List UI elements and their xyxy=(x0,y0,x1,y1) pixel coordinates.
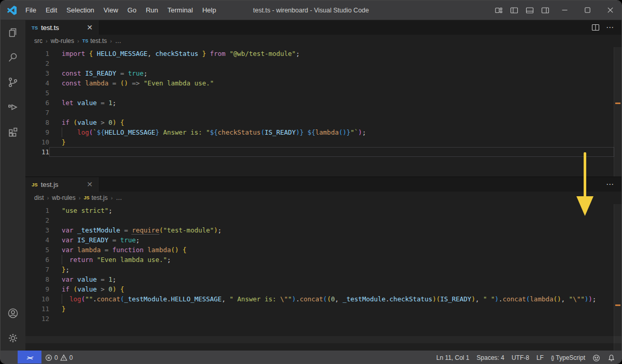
toggle-primary-sidebar-button[interactable] xyxy=(506,4,522,17)
window-controls xyxy=(491,1,621,20)
code-line: 8if (value > 0) { xyxy=(25,118,621,127)
code-line: 6let value = 1; xyxy=(25,98,621,108)
line-number[interactable]: 7 xyxy=(25,108,49,118)
line-number[interactable]: 5 xyxy=(25,245,49,255)
toggle-panel-button[interactable] xyxy=(522,4,538,17)
maximize-button[interactable] xyxy=(576,1,599,20)
close-button[interactable] xyxy=(599,1,621,20)
code-line: 7}; xyxy=(25,265,621,274)
status-right: Ln 11, Col 1 Spaces: 4 UTF-8 LF {} TypeS… xyxy=(433,351,621,364)
vertical-scrollbar[interactable] xyxy=(614,204,621,351)
line-number[interactable]: 3 xyxy=(25,68,49,78)
extensions-icon xyxy=(7,126,19,138)
line-number[interactable]: 9 xyxy=(25,284,49,294)
breadcrumb-item[interactable]: … xyxy=(115,194,122,201)
line-number[interactable]: 2 xyxy=(25,215,49,225)
line-number[interactable]: 5 xyxy=(25,88,49,98)
line-number[interactable]: 9 xyxy=(25,127,49,137)
menu-selection[interactable]: Selection xyxy=(62,1,98,20)
breadcrumb-item[interactable]: wb-rules xyxy=(50,37,75,45)
code-line: 7 xyxy=(25,108,621,118)
tab-test-js[interactable]: JS test.js ✕ xyxy=(25,177,98,192)
menu-run[interactable]: Run xyxy=(141,1,163,20)
menu-go[interactable]: Go xyxy=(123,1,141,20)
breadcrumb-item[interactable]: TStest.ts xyxy=(82,37,108,45)
breadcrumb-item[interactable]: … xyxy=(115,37,122,45)
more-actions-icon[interactable]: ⋯ xyxy=(606,23,614,32)
tab-close-icon[interactable]: ✕ xyxy=(79,181,93,188)
line-number[interactable]: 1 xyxy=(25,206,49,215)
line-number[interactable]: 11 xyxy=(25,304,49,314)
indentation-setting[interactable]: Spaces: 4 xyxy=(473,351,508,364)
breadcrumb-item[interactable]: src xyxy=(34,37,43,45)
line-number[interactable]: 8 xyxy=(25,274,49,284)
activity-search[interactable] xyxy=(1,45,25,70)
activity-extensions[interactable] xyxy=(1,120,25,144)
line-number[interactable]: 3 xyxy=(25,225,49,235)
language-mode[interactable]: {} TypeScript xyxy=(547,351,589,364)
vertical-scrollbar[interactable] xyxy=(614,47,621,177)
activity-explorer[interactable] xyxy=(1,20,25,45)
menu-terminal[interactable]: Terminal xyxy=(163,1,197,20)
more-actions-icon[interactable]: ⋯ xyxy=(606,180,614,189)
maximize-icon xyxy=(585,7,590,13)
activity-accounts[interactable] xyxy=(1,301,25,326)
menu-file[interactable]: File xyxy=(21,1,41,20)
cursor-position[interactable]: Ln 11, Col 1 xyxy=(433,351,473,364)
files-icon xyxy=(7,26,19,39)
bell-icon xyxy=(607,354,615,362)
overview-ruler-marker xyxy=(615,304,620,306)
editor-actions: ⋯ xyxy=(606,177,621,192)
code-line: 11 xyxy=(25,147,621,157)
line-number[interactable]: 6 xyxy=(25,255,49,265)
menu-edit[interactable]: Edit xyxy=(41,1,62,20)
split-editor-icon[interactable] xyxy=(591,23,600,32)
line-number[interactable]: 2 xyxy=(25,59,49,68)
close-icon xyxy=(607,7,613,13)
activity-settings[interactable] xyxy=(1,326,25,351)
code-editor-js[interactable]: 1"use strict";23var _testModule = requir… xyxy=(25,204,621,351)
eol-setting[interactable]: LF xyxy=(533,351,547,364)
minimize-button[interactable] xyxy=(553,1,576,20)
line-number[interactable]: 6 xyxy=(25,98,49,108)
breadcrumb-separator: › xyxy=(45,195,52,201)
line-number[interactable]: 7 xyxy=(25,265,49,274)
line-number[interactable]: 1 xyxy=(25,49,49,59)
tab-close-icon[interactable]: ✕ xyxy=(79,24,93,31)
code-line: 2 xyxy=(25,59,621,68)
activity-bar xyxy=(1,20,25,351)
main-area: TS test.ts ✕ ⋯ src›wb-rules›TStest.ts›… … xyxy=(1,20,621,351)
line-number[interactable]: 12 xyxy=(25,314,49,324)
customize-layout-button[interactable] xyxy=(491,4,506,17)
line-number[interactable]: 8 xyxy=(25,118,49,127)
activity-source-control[interactable] xyxy=(1,70,25,95)
code-line: 10} xyxy=(25,137,621,147)
braces-icon: {} xyxy=(551,355,554,361)
code-editor-ts[interactable]: 1import { HELLO_MESSAGE, checkStatus } f… xyxy=(25,47,621,177)
menu-bar: FileEditSelectionViewGoRunTerminalHelp xyxy=(21,1,221,20)
line-number[interactable]: 4 xyxy=(25,78,49,88)
breadcrumb-item[interactable]: JStest.js xyxy=(83,194,108,201)
feedback-button[interactable] xyxy=(589,351,604,364)
menu-help[interactable]: Help xyxy=(197,1,221,20)
code-line: 5 xyxy=(25,88,621,98)
tab-label: test.ts xyxy=(41,24,59,32)
code-line: 5var lambda = function lambda() { xyxy=(25,245,621,255)
breadcrumb-item[interactable]: dist xyxy=(34,194,45,201)
notifications-button[interactable] xyxy=(604,351,621,364)
horizontal-scrollbar[interactable] xyxy=(25,336,621,343)
error-icon xyxy=(45,354,52,361)
breadcrumb-separator: › xyxy=(107,38,115,44)
tab-test-ts[interactable]: TS test.ts ✕ xyxy=(25,20,98,35)
remote-indicator[interactable]: >< xyxy=(18,351,41,364)
line-number[interactable]: 10 xyxy=(25,294,49,304)
menu-view[interactable]: View xyxy=(99,1,123,20)
problems-indicator[interactable]: 0 0 xyxy=(41,351,76,364)
activity-run-debug[interactable] xyxy=(1,95,25,120)
line-number[interactable]: 11 xyxy=(25,147,49,157)
toggle-secondary-sidebar-button[interactable] xyxy=(538,4,553,17)
line-number[interactable]: 10 xyxy=(25,137,49,147)
breadcrumb-item[interactable]: wb-rules xyxy=(51,194,76,201)
line-number[interactable]: 4 xyxy=(25,235,49,245)
encoding-setting[interactable]: UTF-8 xyxy=(508,351,533,364)
